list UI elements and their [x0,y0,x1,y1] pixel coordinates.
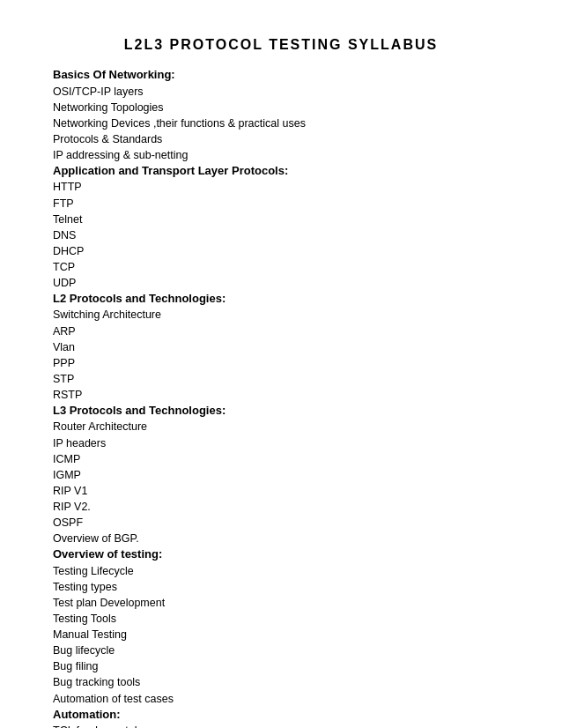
section-2-item-1: ARP [53,323,509,339]
section-header-1: Application and Transport Layer Protocol… [53,163,509,179]
section-4-item-4: Manual Testing [53,627,509,643]
section-0-item-1: Networking Topologies [53,100,509,115]
section-1-item-6: UDP [53,275,509,291]
section-2-item-2: Vlan [53,339,509,355]
section-3-item-4: RIP V1 [53,483,509,499]
section-header-4: Overview of testing: [53,546,509,562]
section-2-item-0: Switching Architecture [53,307,509,323]
section-3-item-6: OSPF [53,515,509,531]
syllabus-content: Basics Of Networking:OSI/TCP-IP layersNe… [53,67,509,728]
section-4-item-0: Testing Lifecycle [53,563,509,579]
section-4-item-2: Test plan Development [53,595,509,611]
section-4-item-3: Testing Tools [53,611,509,627]
section-header-3: L3 Protocols and Technologies: [53,403,509,419]
section-4-item-7: Bug tracking tools [53,674,509,690]
section-2-item-3: PPP [53,355,509,371]
page-title: L2L3 PROTOCOL TESTING SYLLABUS [53,35,509,55]
section-3-item-5: RIP V2. [53,499,509,515]
section-0-item-2: Networking Devices ,their functions & pr… [53,115,509,131]
section-3-item-3: IGMP [53,467,509,483]
section-header-0: Basics Of Networking: [53,67,509,83]
section-1-item-1: FTP [53,196,509,212]
section-3-item-0: Router Architecture [53,419,509,435]
section-3-item-2: ICMP [53,451,509,467]
section-header-2: L2 Protocols and Technologies: [53,291,509,307]
section-3-item-1: IP headers [53,435,509,451]
section-0-item-4: IP addressing & sub-netting [53,147,509,163]
section-4-item-1: Testing types [53,579,509,595]
section-1-item-5: TCP [53,259,509,275]
section-4-item-5: Bug lifecycle [53,643,509,658]
section-1-item-4: DHCP [53,243,509,259]
section-1-item-0: HTTP [53,179,509,195]
section-2-item-4: STP [53,371,509,387]
section-4-item-8: Automation of test cases [53,691,509,707]
section-header-5: Automation: [53,707,509,723]
section-0-item-0: OSI/TCP-IP layers [53,84,509,100]
section-1-item-2: Telnet [53,212,509,227]
section-2-item-5: RSTP [53,387,509,403]
section-0-item-3: Protocols & Standards [53,131,509,147]
section-3-item-7: Overview of BGP. [53,531,509,546]
section-4-item-6: Bug filing [53,658,509,674]
section-5-item-0: TCL fundamentals [53,723,509,728]
section-1-item-3: DNS [53,227,509,243]
